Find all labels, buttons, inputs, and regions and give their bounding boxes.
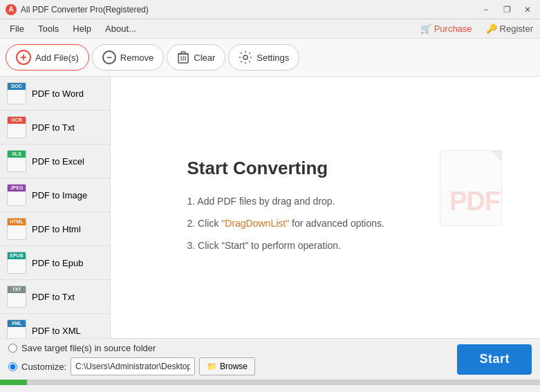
menu-right-actions: 🛒 Purchase 🔑 Register <box>416 22 537 35</box>
customize-radio[interactable] <box>8 362 17 371</box>
clear-label: Clear <box>194 53 215 63</box>
content-area: PDF Start Converting 1. Add PDF files by… <box>111 77 540 338</box>
converting-title: Start Converting <box>187 158 450 179</box>
sidebar-label-xml: PDF to XML <box>32 326 81 336</box>
sidebar-label-word: PDF to Word <box>32 88 84 99</box>
html-file-icon: HTML <box>7 218 26 240</box>
trash-icon <box>177 50 189 64</box>
sidebar-item-txt-ocr[interactable]: OCR PDF to Txt <box>0 111 110 144</box>
sidebar-label-epub: PDF to Epub <box>32 258 83 268</box>
minimize-button[interactable]: − <box>476 2 496 17</box>
doc-corner <box>490 150 502 162</box>
folder-icon: 📁 <box>207 362 217 371</box>
add-files-button[interactable]: + Add File(s) <box>6 44 89 71</box>
image-file-icon: JPEG <box>7 184 26 206</box>
sidebar-label-txt-ocr: PDF to Txt <box>32 122 75 133</box>
gear-icon <box>239 50 252 64</box>
sidebar-item-word[interactable]: DOC PDF to Word <box>0 77 110 111</box>
sidebar-label-excel: PDF to Excel <box>32 156 84 167</box>
restore-button[interactable]: ❐ <box>497 2 516 17</box>
remove-button[interactable]: − Remove <box>92 44 164 71</box>
register-button[interactable]: 🔑 Register <box>482 22 537 35</box>
step2-prefix: 2. Click <box>187 218 222 229</box>
toolbar: + Add File(s) − Remove Clear Settings <box>0 39 540 77</box>
html-icon-body <box>8 225 26 239</box>
app-icon: A <box>6 4 17 15</box>
epub-file-icon: EPUB <box>7 252 26 274</box>
xml-file-icon: XML <box>7 319 26 338</box>
txt-ocr-icon-body <box>8 124 26 138</box>
html-badge: HTML <box>8 218 26 225</box>
svg-point-8 <box>243 55 248 59</box>
main-area: DOC PDF to Word OCR PDF to Txt XLS PDF t… <box>0 77 540 338</box>
xml-icon-body <box>8 327 26 338</box>
app-title: All PDF Converter Pro(Registered) <box>21 5 149 15</box>
step2-link: "DragDownList" <box>221 218 289 229</box>
menu-about[interactable]: About... <box>98 21 143 37</box>
txt2-icon-body <box>8 293 26 307</box>
converting-steps: 1. Add PDF files by drag and drop. 2. Cl… <box>187 192 450 255</box>
settings-label: Settings <box>257 53 289 63</box>
txt2-file-icon: TXT <box>7 286 26 308</box>
ocr-badge: OCR <box>8 117 26 124</box>
browse-label: Browse <box>220 362 248 371</box>
save-source-radio[interactable] <box>8 344 17 353</box>
purchase-button[interactable]: 🛒 Purchase <box>416 22 476 35</box>
step2-suffix: for advanced options. <box>289 218 384 229</box>
purchase-label: Purchase <box>434 24 472 34</box>
cart-icon: 🛒 <box>420 24 431 34</box>
add-files-label: Add File(s) <box>35 53 79 63</box>
doc-badge: DOC <box>8 83 26 90</box>
sidebar: DOC PDF to Word OCR PDF to Txt XLS PDF t… <box>0 77 111 338</box>
txt2-badge: TXT <box>8 286 26 293</box>
progress-bar-container <box>0 380 540 385</box>
sidebar-label-txt2: PDF to Txt <box>32 292 75 302</box>
xls-badge: XLS <box>8 151 26 158</box>
sidebar-item-image[interactable]: JPEG PDF to Image <box>0 178 110 212</box>
start-button[interactable]: Start <box>457 344 532 375</box>
sidebar-item-html[interactable]: HTML PDF to Html <box>0 212 110 246</box>
sidebar-scroll: DOC PDF to Word OCR PDF to Txt XLS PDF t… <box>0 77 110 338</box>
register-label: Register <box>500 24 533 34</box>
epub-badge: EPUB <box>8 252 26 259</box>
step1-text: 1. Add PDF files by drag and drop. <box>187 192 450 211</box>
minus-circle-icon: − <box>102 50 116 64</box>
menu-file[interactable]: File <box>3 21 31 37</box>
sidebar-item-epub[interactable]: EPUB PDF to Epub <box>0 246 110 280</box>
menu-help[interactable]: Help <box>66 21 98 37</box>
window-controls: − ❐ ✕ <box>476 2 537 17</box>
image-icon-body <box>8 192 26 205</box>
progress-bar-fill <box>0 380 27 385</box>
key-icon: 🔑 <box>486 24 497 34</box>
menu-tools[interactable]: Tools <box>31 21 66 37</box>
clear-button[interactable]: Clear <box>167 44 225 71</box>
bottom-bar: Save target file(s) in source folder Cus… <box>0 338 540 380</box>
word-icon-body <box>8 90 26 104</box>
sidebar-label-image: PDF to Image <box>32 190 87 200</box>
radio-options: Save target file(s) in source folder Cus… <box>8 343 255 375</box>
menu-bar: File Tools Help About... 🛒 Purchase 🔑 Re… <box>0 19 540 39</box>
txt-ocr-file-icon: OCR <box>7 116 26 138</box>
jpeg-badge: JPEG <box>8 185 26 192</box>
sidebar-item-txt2[interactable]: TXT PDF to Txt <box>0 280 110 314</box>
xml-badge: XML <box>8 320 26 327</box>
sidebar-item-excel[interactable]: XLS PDF to Excel <box>0 144 110 178</box>
remove-label: Remove <box>120 53 153 63</box>
customize-label: Customize: <box>21 362 66 372</box>
sidebar-item-xml[interactable]: XML PDF to XML <box>0 314 110 338</box>
save-source-label: Save target file(s) in source folder <box>21 343 156 353</box>
step3-text: 3. Click “Start” to perform operation. <box>187 236 450 255</box>
settings-button[interactable]: Settings <box>228 44 299 71</box>
title-bar: A All PDF Converter Pro(Registered) − ❐ … <box>0 0 540 19</box>
browse-button[interactable]: 📁 Browse <box>199 357 255 375</box>
epub-icon-body <box>8 259 26 273</box>
sidebar-label-html: PDF to Html <box>32 224 81 234</box>
path-input[interactable] <box>71 357 195 375</box>
word-file-icon: DOC <box>7 82 26 104</box>
plus-circle-icon: + <box>16 50 31 65</box>
save-source-option[interactable]: Save target file(s) in source folder <box>8 343 255 353</box>
customize-option[interactable]: Customize: 📁 Browse <box>8 357 255 375</box>
step2-text: 2. Click "DragDownList" for advanced opt… <box>187 214 450 233</box>
excel-file-icon: XLS <box>7 150 26 172</box>
close-button[interactable]: ✕ <box>518 2 537 17</box>
